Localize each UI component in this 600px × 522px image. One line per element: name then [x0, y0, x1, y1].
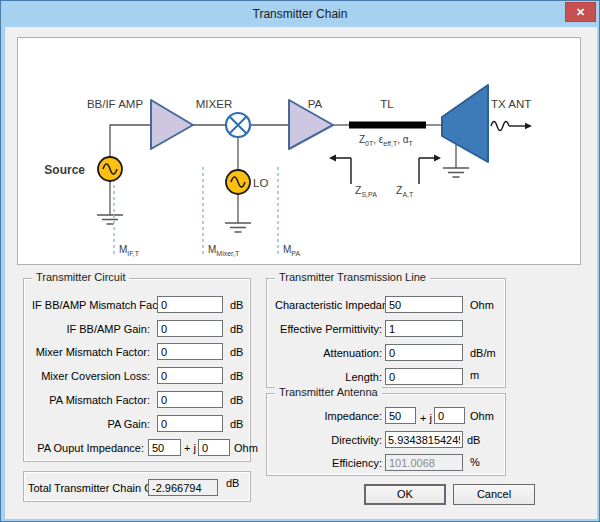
titlebar[interactable]: Transmitter Chain ✕ [1, 1, 599, 27]
zspa-arrow-icon [329, 155, 351, 184]
lo-icon [226, 170, 250, 194]
efficiency-value [385, 454, 463, 471]
field-label: Effective Permittivity: [275, 323, 382, 335]
field-unit: Ohm [470, 410, 494, 422]
close-icon: ✕ [576, 6, 585, 18]
field-label: Mixer Coversion Loss: [32, 370, 150, 382]
mpa-label: MPA [283, 244, 300, 257]
total-gain-group: Total Transmitter Chain Gain: dB [23, 471, 251, 502]
total-gain-label: Total Transmitter Chain Gain: [28, 482, 144, 494]
pa-gain-input[interactable] [157, 415, 223, 432]
ok-button[interactable]: OK [364, 484, 446, 505]
tl-params-label: Z0T, εeff,T, αT [359, 134, 414, 147]
field-label: Attenuation: [275, 347, 382, 359]
pa-mismatch-input[interactable] [157, 391, 223, 408]
transmission-line-group: Transmitter Transmission Line Characteri… [266, 278, 506, 388]
field-unit: m [470, 369, 479, 381]
field-unit: dB [230, 370, 243, 382]
field-unit: dB [230, 346, 243, 358]
transmission-line-icon [349, 122, 426, 129]
bbif-amp-icon [151, 100, 193, 149]
length-input[interactable] [385, 368, 463, 385]
tx-antenna-icon [442, 85, 488, 162]
mixer-label: MIXER [196, 98, 232, 110]
antenna-impedance-real-input[interactable] [385, 407, 416, 424]
field-unit: dB [467, 434, 480, 446]
pa-label: PA [308, 98, 323, 110]
pa-output-impedance-real-input[interactable] [148, 439, 181, 456]
mixer-mismatch-input[interactable] [157, 343, 223, 360]
field-label: IF BB/AMP Gain: [32, 323, 150, 335]
group-title: Transmitter Transmission Line [275, 271, 430, 283]
field-label: IF BB/AMP Mismatch Factor: [32, 299, 150, 311]
field-unit: dB [230, 394, 243, 406]
field-unit: % [470, 456, 480, 468]
characteristic-impedance-input[interactable] [385, 296, 463, 313]
field-unit: Ohm [470, 299, 494, 311]
source-icon [98, 157, 122, 181]
dialog-client-area: BB/IF AMP MIXER PA TL TX ANT Source LO Z… [5, 27, 597, 519]
field-unit: dB [230, 299, 243, 311]
field-unit: dB/m [470, 347, 496, 359]
plus-j-label: + j [184, 442, 196, 454]
bbif-amp-label: BB/IF AMP [87, 98, 144, 110]
plus-j-label: + j [420, 412, 432, 424]
field-unit: dB [230, 323, 243, 335]
mixer-icon [226, 113, 250, 137]
pa-output-impedance-imag-input[interactable] [198, 439, 230, 456]
field-label: Directivity: [275, 434, 382, 446]
mmixer-label: MMixer,T [208, 244, 240, 257]
field-label: PA Mismatch Factor: [32, 394, 150, 406]
source-label: Source [44, 163, 85, 177]
field-label: Efficiency: [275, 457, 382, 469]
field-label: Characteristic Impedance: [275, 299, 382, 311]
ground-icon [97, 168, 469, 232]
zspa-label: ZS,PA [355, 184, 377, 198]
field-unit: dB [230, 418, 243, 430]
transmitter-chain-diagram: BB/IF AMP MIXER PA TL TX ANT Source LO Z… [17, 37, 581, 265]
close-button[interactable]: ✕ [565, 2, 596, 22]
field-label: Impedance: [275, 410, 382, 422]
mif-label: MIF,T [119, 244, 140, 257]
total-gain-value [148, 479, 218, 496]
field-unit: dB [226, 477, 239, 489]
if-mismatch-input[interactable] [157, 296, 223, 313]
field-label: Mixer Mismatch Factor: [32, 346, 150, 358]
antenna-impedance-imag-input[interactable] [434, 407, 465, 424]
transmitter-circuit-group: Transmitter Circuit IF BB/AMP Mismatch F… [23, 278, 251, 462]
dialog-window: Transmitter Chain ✕ [0, 0, 600, 522]
field-label: PA Gain: [32, 418, 150, 430]
lo-label: LO [253, 177, 268, 189]
diagram-svg: BB/IF AMP MIXER PA TL TX ANT Source LO Z… [18, 38, 580, 264]
tx-ant-label: TX ANT [491, 98, 531, 110]
field-unit: Ohm [234, 442, 258, 454]
window-title: Transmitter Chain [1, 7, 599, 21]
group-title: Transmitter Circuit [32, 271, 129, 283]
attenuation-input[interactable] [385, 344, 463, 361]
tl-label: TL [380, 98, 394, 110]
field-label: Length: [275, 371, 382, 383]
field-label: PA Ouput Impedance: [32, 442, 144, 454]
cancel-button[interactable]: Cancel [453, 484, 535, 505]
radiated-wave-icon [491, 122, 532, 131]
mixer-conversion-loss-input[interactable] [157, 367, 223, 384]
if-gain-input[interactable] [157, 320, 223, 337]
effective-permittivity-input[interactable] [385, 320, 463, 337]
directivity-input[interactable] [385, 431, 463, 448]
zat-arrow-icon [419, 155, 441, 184]
group-title: Transmitter Antenna [275, 386, 382, 398]
zat-label: ZA,T [396, 184, 414, 198]
antenna-group: Transmitter Antenna Impedance: + j Ohm D… [266, 393, 506, 476]
